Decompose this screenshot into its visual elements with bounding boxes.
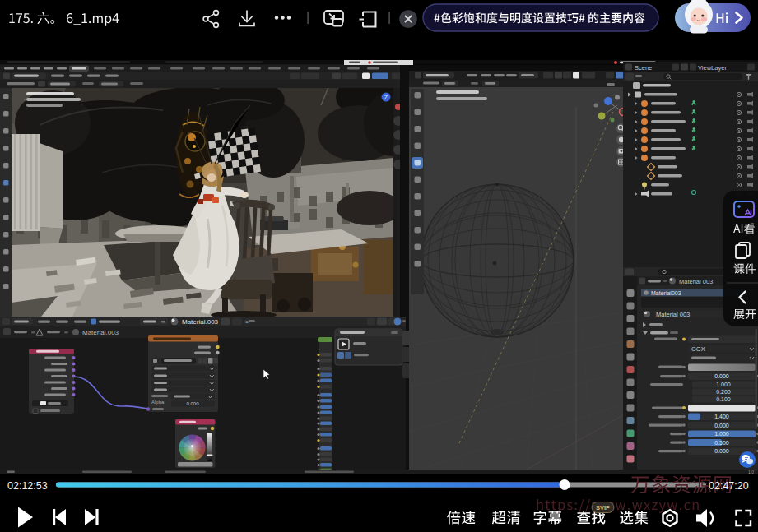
svg-text:1.000: 1.000 (716, 382, 731, 387)
svg-text:Material 003: Material 003 (656, 311, 690, 318)
svg-text:0.100: 0.100 (716, 396, 731, 402)
svg-text:1.000: 1.000 (714, 431, 729, 437)
svg-text:0.000: 0.000 (714, 448, 729, 454)
svg-text:Scene: Scene (635, 64, 652, 72)
svg-text:Z: Z (384, 95, 388, 100)
svg-text:0.200: 0.200 (716, 389, 731, 395)
svg-text:02:12:53: 02:12:53 (7, 480, 48, 492)
svg-text:Material.003: Material.003 (182, 318, 219, 326)
svg-text:GGX: GGX (691, 345, 705, 353)
svg-text:Material.003: Material.003 (82, 329, 119, 336)
svg-text:Alpha: Alpha (151, 400, 165, 405)
svg-text:Material003: Material003 (651, 290, 681, 296)
svg-text:0.500: 0.500 (714, 440, 729, 446)
svg-text:02:47:20: 02:47:20 (709, 480, 749, 492)
svg-text:×: × (245, 319, 249, 325)
svg-text:Material 003: Material 003 (679, 278, 713, 285)
svg-text:0.000: 0.000 (186, 401, 199, 406)
svg-text:0.000: 0.000 (714, 373, 729, 379)
svg-text:SVIP: SVIP (596, 504, 610, 511)
svg-text:1.0: 1.0 (748, 470, 754, 474)
svg-text:ViewLayer: ViewLayer (698, 64, 727, 72)
svg-text:1.400: 1.400 (714, 414, 729, 419)
svg-text:0.000: 0.000 (714, 423, 729, 428)
